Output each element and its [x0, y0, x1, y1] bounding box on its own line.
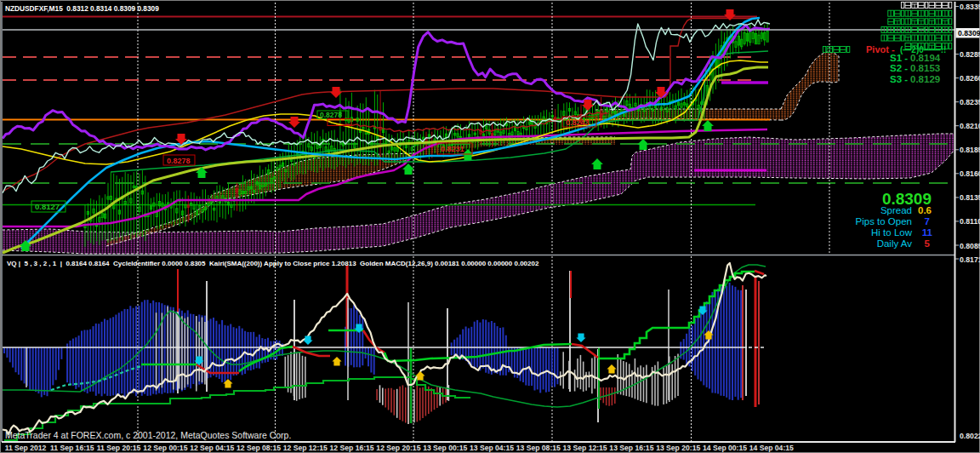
svg-text:Daily Av: Daily Av [877, 238, 913, 249]
svg-text:0.8022: 0.8022 [960, 432, 980, 440]
svg-text:S3 -: S3 - [890, 74, 908, 84]
svg-text:0.8194: 0.8194 [910, 53, 941, 63]
svg-text:Spread: Spread [880, 205, 912, 215]
svg-text:0.8278: 0.8278 [167, 157, 191, 165]
svg-text:Hi to Low: Hi to Low [871, 227, 913, 238]
svg-text:13 Sep 00:15: 13 Sep 00:15 [423, 444, 467, 452]
svg-text:13 Sep 20:15: 13 Sep 20:15 [656, 444, 700, 452]
svg-text:12 Sep 00:15: 12 Sep 00:15 [143, 444, 187, 452]
svg-text:13 Sep 04:15: 13 Sep 04:15 [470, 444, 514, 452]
svg-text:7: 7 [925, 216, 930, 226]
svg-text:0.8135: 0.8135 [960, 193, 980, 202]
svg-text:S1 -: S1 - [890, 53, 908, 63]
svg-text:MetaTrader 4 at FOREX.com, c 2: MetaTrader 4 at FOREX.com, c 2001-2012, … [5, 430, 291, 440]
svg-text:0.8153: 0.8153 [910, 63, 940, 73]
svg-text:11: 11 [922, 227, 933, 238]
svg-text:0.8127: 0.8127 [35, 202, 60, 211]
svg-text:12 Sep 04:15: 12 Sep 04:15 [190, 444, 234, 452]
svg-text:0.8160: 0.8160 [960, 169, 980, 178]
svg-text:0.8085: 0.8085 [960, 242, 980, 250]
svg-text:0.8260: 0.8260 [960, 74, 980, 83]
svg-text:0.6: 0.6 [918, 205, 932, 215]
svg-text:11 Sep 20:15: 11 Sep 20:15 [97, 444, 141, 452]
svg-text:5: 5 [925, 238, 931, 249]
svg-text:0.8309: 0.8309 [958, 29, 980, 37]
svg-text:Pips to Open: Pips to Open [856, 216, 912, 226]
svg-text:11 Sep 16:15: 11 Sep 16:15 [50, 444, 94, 452]
svg-text:12 Sep 08:15: 12 Sep 08:15 [236, 444, 281, 452]
svg-text:12 Sep 20:15: 12 Sep 20:15 [376, 444, 420, 452]
svg-text:0.8243: 0.8243 [566, 118, 590, 127]
svg-text:0.8129: 0.8129 [910, 74, 940, 84]
svg-text:NZDUSDFXF,M15 0.8312 0.8314 0: NZDUSDFXF,M15 0.8312 0.8314 0.8309 0.830… [5, 4, 159, 13]
svg-text:12 Sep 12:15: 12 Sep 12:15 [283, 444, 328, 452]
svg-text:0.8185: 0.8185 [960, 146, 980, 154]
svg-text:S2 -: S2 - [890, 63, 908, 73]
svg-text:14 Sep 04:15: 14 Sep 04:15 [749, 444, 794, 452]
svg-text:0.8171: 0.8171 [960, 255, 980, 264]
svg-text:13 Sep 08:15: 13 Sep 08:15 [516, 444, 561, 452]
svg-text:0.8285: 0.8285 [960, 50, 980, 59]
svg-text:0.8335: 0.8335 [960, 3, 980, 11]
svg-text:13 Sep 16:15: 13 Sep 16:15 [609, 444, 653, 452]
svg-text:0.8235: 0.8235 [960, 98, 980, 106]
svg-text:0.8210: 0.8210 [960, 122, 980, 130]
svg-text:13 Sep 12:15: 13 Sep 12:15 [563, 444, 607, 452]
svg-text:0.8278: 0.8278 [320, 111, 342, 119]
svg-text:11 Sep 2012: 11 Sep 2012 [5, 444, 47, 452]
svg-text:0.8110: 0.8110 [960, 217, 980, 226]
svg-text:12 Sep 16:15: 12 Sep 16:15 [330, 444, 374, 452]
svg-text:0.8231: 0.8231 [441, 145, 464, 153]
svg-text:VQ | 5 , 3 , 2 , 1 | 0.8164: VQ | 5 , 3 , 2 , 1 | 0.8164 0.8164 Cycle… [7, 260, 539, 267]
svg-text:14 Sep 00:15: 14 Sep 00:15 [703, 444, 747, 452]
